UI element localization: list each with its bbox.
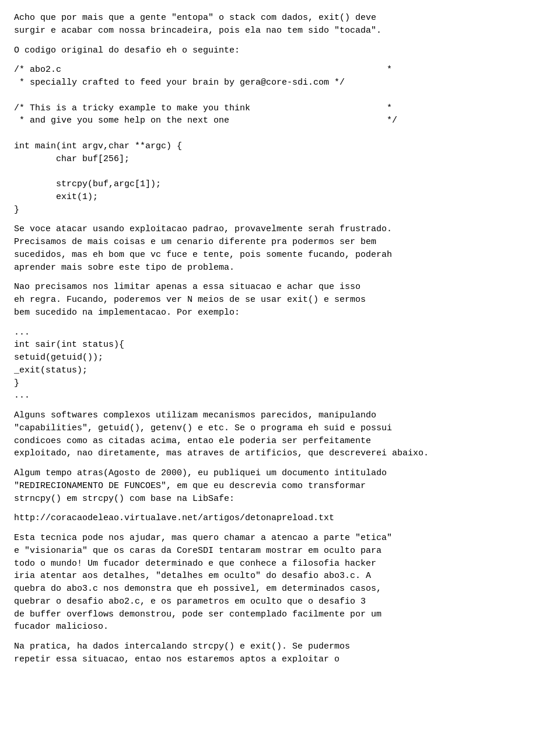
paragraph-7: Alguns softwares complexos utilizam meca… <box>14 409 546 460</box>
main-content: Acho que por mais que a gente "entopa" o… <box>14 12 546 666</box>
paragraph-9: http://coracaodeleao.virtualave.net/arti… <box>14 512 546 525</box>
paragraph-10: Esta tecnica pode nos ajudar, mas quero … <box>14 532 546 633</box>
paragraph-4: Se voce atacar usando exploitacao padrao… <box>14 223 546 274</box>
paragraph-5: Nao precisamos nos limitar apenas a essa… <box>14 281 546 319</box>
paragraph-11: Na pratica, ha dados intercalando strcpy… <box>14 640 546 666</box>
paragraph-2: O codigo original do desafio eh o seguin… <box>14 44 546 57</box>
paragraph-8: Algum tempo atras(Agosto de 2000), eu pu… <box>14 467 546 505</box>
code-block-3: /* abo2.c * * specially crafted to feed … <box>14 64 546 216</box>
code-block-6: ... int sair(int status){ setuid(getuid(… <box>14 326 546 403</box>
paragraph-1: Acho que por mais que a gente "entopa" o… <box>14 12 546 37</box>
